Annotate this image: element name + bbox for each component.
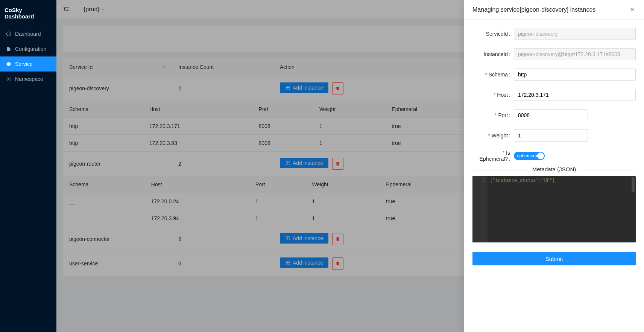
code-text[interactable]: {"instance_status":"UP"}	[488, 176, 636, 242]
port-input[interactable]	[514, 109, 588, 121]
sidebar-item-label: Namespace	[15, 76, 43, 82]
service-id-input	[514, 28, 636, 40]
sidebar: CoSky Dashboard Dashboard Configuration …	[0, 0, 56, 332]
switch-label: ephemeral	[514, 153, 538, 158]
sidebar-item-configuration[interactable]: Configuration	[0, 41, 56, 56]
label-ephemeral: Is Ephemeral?	[472, 150, 514, 162]
dashboard-icon	[6, 31, 11, 37]
code-scrollbar[interactable]	[632, 177, 635, 192]
cluster-icon	[6, 76, 11, 82]
label-port: Port	[472, 112, 514, 118]
label-host: Host	[472, 92, 514, 98]
deployment-icon	[6, 61, 11, 67]
sidebar-item-label: Service	[15, 61, 33, 67]
close-icon[interactable]: ✕	[628, 6, 636, 13]
instance-drawer: Managing service[pigeon-discovery] insta…	[464, 0, 644, 332]
code-gutter: 1	[472, 176, 488, 242]
weight-input[interactable]	[514, 129, 588, 142]
label-instance-id: InstanceId	[472, 51, 514, 57]
label-schema: Schema	[472, 72, 514, 78]
switch-knob	[537, 152, 544, 159]
sidebar-item-service[interactable]: Service	[0, 56, 56, 72]
metadata-legend: Metadata (JSON)	[529, 166, 579, 172]
sidebar-item-dashboard[interactable]: Dashboard	[0, 26, 56, 41]
ephemeral-switch[interactable]: ephemeral	[514, 152, 545, 160]
instance-id-input	[514, 48, 636, 60]
submit-button[interactable]: Submit	[472, 252, 636, 265]
host-input[interactable]	[514, 89, 636, 101]
sidebar-item-label: Configuration	[15, 46, 46, 52]
drawer-title: Managing service[pigeon-discovery] insta…	[472, 6, 595, 13]
sidebar-item-namespace[interactable]: Namespace	[0, 72, 56, 87]
metadata-editor[interactable]: 1 {"instance_status":"UP"}	[472, 176, 636, 242]
label-service-id: ServiceId	[472, 31, 514, 37]
file-icon	[6, 46, 11, 52]
label-weight: Weight	[472, 132, 514, 139]
sidebar-item-label: Dashboard	[15, 31, 41, 37]
app-title: CoSky Dashboard	[0, 0, 56, 26]
schema-input[interactable]	[514, 69, 636, 81]
